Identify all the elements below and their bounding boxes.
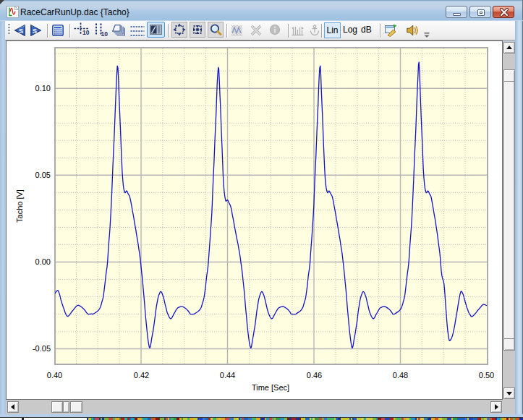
- svg-text:10: 10: [82, 29, 90, 36]
- svg-text:10: 10: [101, 30, 109, 37]
- svg-text:S: S: [19, 27, 23, 35]
- svg-text:S: S: [33, 27, 37, 35]
